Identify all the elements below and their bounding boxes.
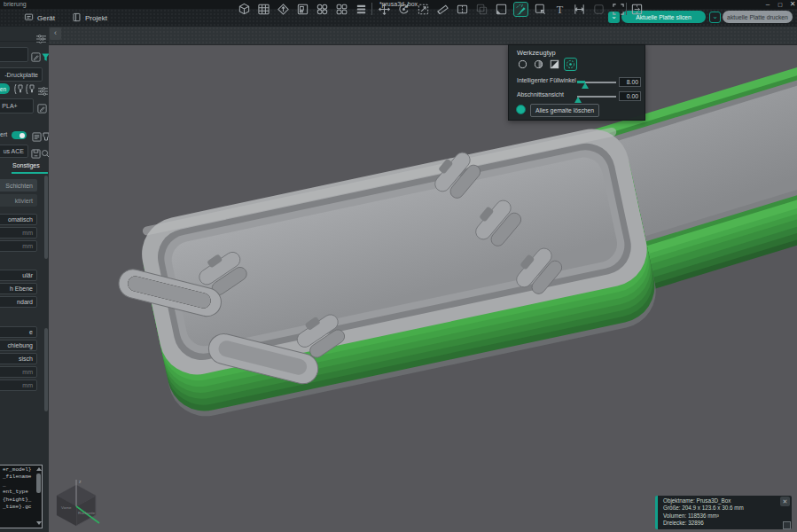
right-nozzle-icon[interactable] [25,82,35,98]
mm-field-2[interactable]: mm [0,240,37,252]
info-close-icon[interactable]: ✕ [780,497,790,506]
tab-projekt[interactable]: Projekt [72,12,107,24]
print-dropdown-button[interactable]: ⌄ [709,12,721,23]
nozzle-pill[interactable]: en [0,83,10,94]
svg-text:T: T [557,3,564,15]
info-resize-icon[interactable] [783,521,791,529]
enable-toggle[interactable] [12,131,27,139]
smart-fill-angle-slider-thumb[interactable] [582,82,589,89]
printer-name-field[interactable] [0,47,28,62]
template-line: {height}_ [3,497,35,504]
textarea-scrollbar[interactable] [36,473,41,493]
viewport-toolbar [49,27,797,45]
fill-plate-icon[interactable] [335,3,348,16]
paint-color-indicator[interactable] [516,105,526,114]
auto-orient-icon[interactable] [277,3,290,16]
paint-panel-title: Werkzeugtyp [517,49,556,57]
print-plate-button[interactable]: aktuelle Platte drucken [723,11,793,23]
layers-icon[interactable] [355,3,368,16]
assembly-icon[interactable] [612,3,625,16]
textarea-scroll-down-icon[interactable] [36,521,42,525]
by-layer-dropdown[interactable]: h Ebene [0,283,37,294]
tab-sonstiges[interactable]: Sonstiges [12,162,40,168]
section-view-label: Abschnittsansicht [517,91,564,98]
section-view-slider-thumb[interactable] [574,97,582,103]
save-icon[interactable] [31,146,41,162]
standard-dropdown[interactable]: ndard [0,296,37,308]
seam-paint-icon[interactable] [534,3,547,16]
add-plate-icon[interactable] [257,3,270,16]
close-button[interactable]: ✕ [787,0,797,9]
template-line: _time}.gc [3,504,35,511]
sidebar-scrollbar[interactable] [44,176,48,259]
plate-select-field[interactable]: -Druckplatte [0,67,43,82]
measure-icon[interactable] [573,3,586,16]
fill-brush-icon[interactable] [549,59,560,70]
template-line: er_model} [3,466,35,473]
mm-field-4[interactable]: mm [0,379,37,391]
enabled-row-button[interactable]: ktiviert [0,194,37,207]
gap-fill-brush-icon[interactable] [565,59,576,70]
printer-settings-icon[interactable] [36,31,46,47]
sidebar: -Druckplatte en PLA+ ert [0,27,50,532]
add-model-icon[interactable] [238,3,251,16]
sidebar-collapse-button[interactable]: ‹ [50,27,61,40]
regular-dropdown[interactable]: ulär [0,270,37,281]
section-view-value[interactable]: 0.00 [619,91,641,101]
layers-row-button[interactable]: Schichten [0,179,37,192]
standard-dropdown-value: ndard [17,299,33,305]
cube-front-label: Vorne [61,505,72,510]
mesh-boolean-icon[interactable] [475,3,488,16]
cube-back-label: Rückseite [78,511,96,515]
minimize-button[interactable]: – [762,0,773,9]
filament-field[interactable]: PLA+ [0,98,34,113]
text-icon[interactable]: T [553,3,566,16]
tab-projekt-label: Projekt [85,14,107,22]
toolbar-separator [626,3,627,15]
filament-settings-icon[interactable] [38,83,48,99]
smart-fill-angle-value[interactable]: 8.00 [619,77,641,87]
section-view-slider[interactable] [577,96,616,98]
e-dropdown[interactable]: e [0,326,37,338]
rotate-icon[interactable] [397,3,410,16]
object-info-panel: Objektname: Prusa3D_Box Größe: 204.9 x 1… [655,496,792,529]
nav-cube[interactable]: z Vorne Rückseite [51,477,101,530]
sphere-brush-icon[interactable] [533,59,544,70]
mm-field-3[interactable]: mm [0,366,37,378]
split-icon[interactable] [456,3,469,16]
assembly-disabled-icon [592,3,606,16]
maximize-button[interactable]: ▢ [775,0,785,9]
clear-painted-button[interactable]: Alles gemalte löschen [530,104,599,117]
support-paint-icon[interactable] [495,3,508,16]
device-icon [24,12,34,24]
color-paint-icon[interactable] [514,3,527,16]
edit-filament-icon[interactable] [37,101,47,117]
cut-icon[interactable] [436,3,449,16]
arrange-icon[interactable] [296,3,309,16]
classic-dropdown-value: sisch [19,356,33,362]
list-settings-icon[interactable] [32,129,42,145]
process-preset-field[interactable]: us ACE [0,145,28,158]
auto-dropdown-value: omatisch [8,216,33,223]
slicer-app-window: brierung *prusa3d_box – ▢ ✕ Gerät Projek… [0,0,797,532]
plate-settings-icon[interactable] [630,3,644,16]
mm-field-1[interactable]: mm [0,227,37,239]
tab-geraet[interactable]: Gerät [24,12,55,24]
sidebar-scrollbar[interactable] [44,328,48,411]
auto-dropdown[interactable]: omatisch [0,214,37,225]
arrange-all-icon[interactable] [316,3,329,16]
classic-dropdown[interactable]: sisch [0,353,37,364]
left-nozzle-icon[interactable] [13,82,24,98]
scale-icon[interactable] [417,3,430,16]
edit-printer-icon[interactable] [31,50,41,66]
mm-unit: mm [22,243,33,249]
circle-brush-icon[interactable] [517,59,528,70]
move-icon[interactable] [378,3,391,16]
template-line: _ [3,481,35,489]
shift-dropdown[interactable]: chiebung [0,340,37,351]
textarea-scroll-up-icon[interactable] [36,467,42,471]
3d-viewport[interactable] [49,44,797,532]
nozzle-pill-label: en [0,86,6,92]
mm-unit: mm [22,369,33,375]
object-triangles: Dreiecke: 32896 [663,520,786,527]
